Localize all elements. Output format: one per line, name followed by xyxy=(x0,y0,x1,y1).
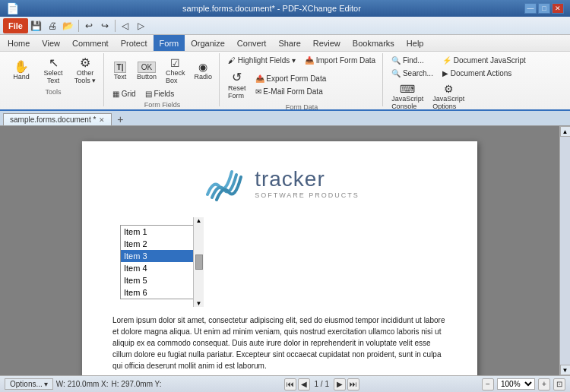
email-form-data-button[interactable]: ✉ E-Mail Form Data xyxy=(252,86,331,97)
minimize-button[interactable]: — xyxy=(524,3,537,14)
last-page-button[interactable]: ⏭ xyxy=(347,378,359,390)
forward-button[interactable]: ▷ xyxy=(134,18,149,33)
options-arrow-icon: ▾ xyxy=(44,380,48,388)
grid-btn[interactable]: ▦ Grid xyxy=(109,88,140,100)
formfields-group-label: Form Fields xyxy=(109,101,216,109)
js-options-button[interactable]: ⚙ JavaScriptOptions xyxy=(429,81,468,111)
redo-button[interactable]: ↪ xyxy=(97,18,112,33)
list-item-5[interactable]: Item 5 xyxy=(121,274,203,286)
width-dimension: W: 210.0mm X: xyxy=(56,380,109,388)
list-item-1[interactable]: Item 1 xyxy=(121,226,203,238)
zoom-out-button[interactable]: − xyxy=(482,378,494,390)
ribbon-group-javascript: 🔍 Find... 🔍 Search... ⚡ Document JavaScr… xyxy=(385,53,533,106)
formdata-mid: ↺ ResetForm 📤 Export Form Data ✉ E-Mail … xyxy=(224,68,379,102)
scroll-down-button[interactable]: ▼ xyxy=(560,365,571,375)
reset-form-button[interactable]: ↺ ResetForm xyxy=(224,68,250,102)
separator2 xyxy=(115,20,116,32)
listbox-scrollbar[interactable]: ▲ ▼ xyxy=(193,217,204,307)
list-item-6[interactable]: Item 6 xyxy=(121,286,203,299)
zoom-select[interactable]: 100% 75% 125% 150% xyxy=(497,378,535,390)
select-text-button[interactable]: ↖ SelectText xyxy=(38,55,68,87)
save-button[interactable]: 💾 xyxy=(29,18,44,33)
menu-comment[interactable]: Comment xyxy=(66,35,115,51)
import-form-data-button[interactable]: 📥 Import Form Data xyxy=(301,55,379,66)
other-tools-button[interactable]: ⚙ OtherTools ▾ xyxy=(70,55,100,87)
js-console-button[interactable]: ⌨ JavaScriptConsole xyxy=(388,81,427,111)
close-button[interactable]: ✕ xyxy=(552,3,564,14)
scroll-up-arrow[interactable]: ▲ xyxy=(196,217,202,224)
doc-actions-button[interactable]: ▶ Document Actions xyxy=(439,68,530,79)
next-page-button[interactable]: ▶ xyxy=(334,378,346,390)
cursor-icon: ↖ xyxy=(49,57,59,69)
open-button[interactable]: 📂 xyxy=(61,18,76,33)
select-text-label: SelectText xyxy=(43,69,62,84)
doc-javascript-button[interactable]: ⚡ Document JavaScript xyxy=(439,55,530,66)
menu-protect[interactable]: Protect xyxy=(115,35,154,51)
file-menu-button[interactable]: File xyxy=(3,18,28,33)
tab-close-button[interactable]: ✕ xyxy=(99,116,105,124)
fit-page-button[interactable]: ⊡ xyxy=(553,378,565,390)
tracker-logo-icon xyxy=(200,164,245,202)
quick-access-toolbar: File 💾 🖨 📂 ↩ ↪ ◁ ▷ xyxy=(0,17,570,35)
back-button[interactable]: ◁ xyxy=(118,18,133,33)
logo-subtitle: SOFTWARE PRODUCTS xyxy=(255,191,359,199)
checkbox-label: CheckBox xyxy=(166,69,185,84)
menu-organize[interactable]: Organize xyxy=(185,35,231,51)
button-field-button[interactable]: OK Button xyxy=(133,59,160,83)
right-scrollbar[interactable]: ▲ ▼ xyxy=(559,126,570,375)
find-button[interactable]: 🔍 Find... xyxy=(388,55,437,66)
scroll-up-button[interactable]: ▲ xyxy=(560,126,571,137)
print-button[interactable]: 🖨 xyxy=(45,18,60,33)
search-button[interactable]: 🔍 Search... xyxy=(388,68,437,79)
menu-convert[interactable]: Convert xyxy=(231,35,273,51)
menu-help[interactable]: Help xyxy=(401,35,430,51)
button-icon: OK xyxy=(138,62,156,73)
reset-label: ResetForm xyxy=(228,84,246,100)
js-console-label: JavaScriptConsole xyxy=(391,95,423,110)
formfields-top-row: T| Text OK Button ☑ CheckBox ◉ Radio xyxy=(109,55,216,87)
js-options-label: JavaScriptOptions xyxy=(432,95,464,110)
undo-button[interactable]: ↩ xyxy=(81,18,97,33)
ribbon: ✋ Hand ↖ SelectText ⚙ OtherTools ▾ Tools… xyxy=(0,52,570,111)
ribbon-group-formfields: T| Text OK Button ☑ CheckBox ◉ Radio ▦ G… xyxy=(106,53,220,106)
js-left-col: 🔍 Find... 🔍 Search... xyxy=(388,55,437,79)
maximize-button[interactable]: □ xyxy=(538,3,550,14)
radio-field-button[interactable]: ◉ Radio xyxy=(191,58,217,83)
listbox-container: Item 1 Item 2 Item 3 Item 4 Item 5 Item … xyxy=(112,217,204,307)
scroll-down-arrow[interactable]: ▼ xyxy=(196,300,202,307)
export-form-data-button[interactable]: 📤 Export Form Data xyxy=(252,73,331,84)
hand-tool-button[interactable]: ✋ Hand xyxy=(6,58,36,83)
radio-label: Radio xyxy=(195,73,213,81)
menu-form[interactable]: Form xyxy=(154,35,185,51)
js-right-col: ⚡ Document JavaScript ▶ Document Actions xyxy=(439,55,530,79)
js-bot: ⌨ JavaScriptConsole ⚙ JavaScriptOptions xyxy=(388,81,530,111)
menu-home[interactable]: Home xyxy=(2,35,36,51)
add-tab-button[interactable]: + xyxy=(113,113,127,125)
document-area: tracker SOFTWARE PRODUCTS Item 1 Item 2 … xyxy=(0,126,559,375)
prev-page-button[interactable]: ◀ xyxy=(298,378,310,390)
menu-review[interactable]: Review xyxy=(307,35,347,51)
checkbox-field-button[interactable]: ☑ CheckBox xyxy=(162,55,189,87)
menu-bar: Home View Comment Protect Form Organize … xyxy=(0,35,570,52)
options-button[interactable]: Options... ▾ xyxy=(5,378,53,390)
menu-bookmarks[interactable]: Bookmarks xyxy=(347,35,401,51)
formdata-right-col: 📤 Export Form Data ✉ E-Mail Form Data xyxy=(252,73,331,97)
list-item-2[interactable]: Item 2 xyxy=(121,238,203,250)
scroll-thumb[interactable] xyxy=(195,254,203,270)
button-label: Button xyxy=(137,73,157,81)
formdata-group-label: Form Data xyxy=(224,103,379,111)
document-tab[interactable]: sample.forms.document * ✕ xyxy=(3,113,112,125)
list-item-4[interactable]: Item 4 xyxy=(121,262,203,274)
zoom-in-button[interactable]: + xyxy=(538,378,550,390)
ribbon-group-formdata: 🖌 Highlight Fields ▾ 📥 Import Form Data … xyxy=(221,53,383,106)
highlight-fields-button[interactable]: 🖌 Highlight Fields ▾ xyxy=(224,55,299,66)
text-field-button[interactable]: T| Text xyxy=(109,59,131,83)
tools-row: ✋ Hand ↖ SelectText ⚙ OtherTools ▾ xyxy=(6,55,100,87)
list-item-3[interactable]: Item 3 xyxy=(121,250,203,262)
menu-share[interactable]: Share xyxy=(272,35,306,51)
listbox[interactable]: Item 1 Item 2 Item 3 Item 4 Item 5 Item … xyxy=(120,225,204,299)
js-options-icon: ⚙ xyxy=(444,83,454,95)
menu-view[interactable]: View xyxy=(36,35,66,51)
first-page-button[interactable]: ⏮ xyxy=(284,378,296,390)
fields-btn[interactable]: ▤ Fields xyxy=(141,88,178,100)
